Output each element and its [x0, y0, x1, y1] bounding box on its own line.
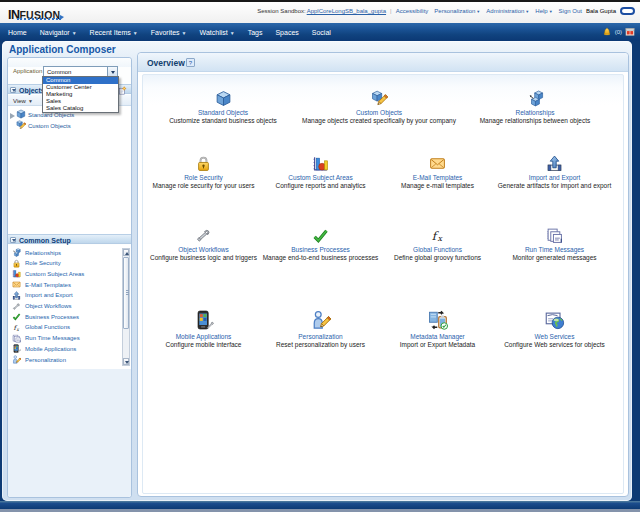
setup-item-label[interactable]: Object Workflows: [25, 303, 72, 309]
utility-link-administration[interactable]: Administration▼: [486, 8, 529, 14]
setup-item-mobile-applications[interactable]: Mobile Applications: [8, 344, 120, 355]
main-panel: Overview ? Standard ObjectsCustomize sta…: [137, 52, 629, 497]
tile-title[interactable]: Custom Subject Areas: [262, 174, 379, 181]
tile-title[interactable]: Business Processes: [262, 246, 379, 253]
view-menu-button[interactable]: View▼: [13, 98, 33, 104]
tile-run-time-messages[interactable]: Run Time MessagesMonitor generated messa…: [496, 227, 613, 261]
tree-item-label[interactable]: Custom Objects: [28, 123, 71, 129]
setup-item-label[interactable]: Role Security: [25, 260, 61, 266]
tile-metadata-manager[interactable]: Metadata ManagerImport or Export Metadat…: [379, 310, 496, 348]
app-window-icon[interactable]: [625, 27, 635, 37]
brand-underline-decoration: [17, 18, 61, 20]
tile-title[interactable]: Global Functions: [379, 246, 496, 253]
tile-e-mail-templates[interactable]: E-Mail TemplatesManage e-mail templates: [379, 155, 496, 189]
combobox-dropdown-button[interactable]: [107, 67, 117, 76]
tile-object-workflows[interactable]: Object WorkflowsConfigure business logic…: [145, 227, 262, 261]
tile-title[interactable]: Role Security: [145, 174, 262, 181]
tile-standard-objects[interactable]: Standard ObjectsCustomize standard busin…: [145, 90, 301, 124]
nav-item-spaces[interactable]: Spaces: [275, 29, 298, 36]
tile-icon-wrap: [496, 310, 613, 331]
tile-title[interactable]: E-Mail Templates: [379, 174, 496, 181]
overview-body: Standard ObjectsCustomize standard busin…: [142, 74, 624, 494]
tile-import-and-export[interactable]: Import and ExportGenerate artifacts for …: [496, 155, 613, 189]
setup-item-label[interactable]: Business Processes: [25, 314, 79, 320]
dropdown-option-sales[interactable]: Sales: [43, 98, 118, 105]
scrollbar-down-arrow[interactable]: [123, 358, 129, 365]
tile-custom-subject-areas[interactable]: Custom Subject AreasConfigure reports an…: [262, 155, 379, 189]
utility-link-accessibility[interactable]: Accessibility: [396, 8, 429, 14]
scrollbar-thumb[interactable]: [123, 257, 129, 329]
tile-title[interactable]: Standard Objects: [145, 109, 301, 116]
utility-link-personalization[interactable]: Personalization▼: [434, 8, 480, 14]
setup-item-label[interactable]: Run Time Messages: [25, 335, 80, 341]
tile-title[interactable]: Web Services: [496, 333, 613, 340]
tile-mobile-applications[interactable]: Mobile ApplicationsConfigure mobile inte…: [145, 310, 262, 348]
setup-item-custom-subject-areas[interactable]: Custom Subject Areas: [8, 269, 120, 280]
nav-item-social[interactable]: Social: [312, 29, 331, 36]
nav-item-tags[interactable]: Tags: [248, 29, 263, 36]
detach-icon[interactable]: [118, 86, 127, 95]
export-icon: [12, 291, 21, 300]
setup-item-object-workflows[interactable]: Object Workflows: [8, 302, 120, 313]
wrench-icon: [195, 227, 212, 244]
setup-item-personalization[interactable]: Personalization: [8, 355, 120, 366]
tile-title[interactable]: Run Time Messages: [496, 246, 613, 253]
setup-item-e-mail-templates[interactable]: E-Mail Templates: [8, 280, 120, 291]
dropdown-option-sales-catalog[interactable]: Sales Catalog: [43, 105, 118, 112]
setup-item-label[interactable]: Relationships: [25, 250, 61, 256]
watchlist-bell-icon[interactable]: [602, 27, 612, 37]
scrollbar-up-arrow[interactable]: [123, 249, 129, 256]
setup-item-import-and-export[interactable]: Import and Export: [8, 291, 120, 302]
setup-item-relationships[interactable]: Relationships: [8, 248, 120, 259]
nav-item-recent-items[interactable]: Recent Items▼: [90, 29, 138, 36]
setup-item-label[interactable]: Custom Subject Areas: [25, 271, 84, 277]
nav-item-home[interactable]: Home: [8, 29, 27, 36]
tile-title[interactable]: Object Workflows: [145, 246, 262, 253]
utility-link-help[interactable]: Help▼: [535, 8, 552, 14]
dropdown-option-customer-center[interactable]: Customer Center: [43, 84, 118, 91]
session-sandbox-link[interactable]: ApplCoreLongSB_bala_gupta: [307, 8, 386, 14]
tile-web-services[interactable]: Web ServicesConfigure Web services for o…: [496, 310, 613, 348]
tile-title[interactable]: Mobile Applications: [145, 333, 262, 340]
tile-title[interactable]: Import and Export: [496, 174, 613, 181]
tile-subtitle: Customize standard business objects: [145, 117, 301, 124]
help-icon[interactable]: ?: [186, 58, 195, 67]
tile-title[interactable]: Relationships: [457, 109, 613, 116]
setup-item-label[interactable]: Mobile Applications: [25, 346, 76, 352]
setup-item-global-functions[interactable]: Global Functions: [8, 323, 120, 334]
setup-item-role-security[interactable]: Role Security: [8, 259, 120, 270]
tile-title[interactable]: Personalization: [262, 333, 379, 340]
tile-global-functions[interactable]: Global FunctionsDefine global groovy fun…: [379, 227, 496, 261]
setup-item-label[interactable]: Import and Export: [25, 292, 73, 298]
tile-business-processes[interactable]: Business ProcessesManage end-to-end busi…: [262, 227, 379, 261]
tile-personalization[interactable]: PersonalizationReset personalization by …: [262, 310, 379, 348]
dropdown-option-marketing[interactable]: Marketing: [43, 91, 118, 98]
setup-item-label[interactable]: Global Functions: [25, 324, 70, 330]
collapse-chevron-icon[interactable]: [10, 237, 16, 243]
tile-role-security[interactable]: Role SecurityManage role security for yo…: [145, 155, 262, 189]
tile-subtitle: Monitor generated messages: [496, 254, 613, 261]
tile-relationships[interactable]: RelationshipsManage relationships betwee…: [457, 90, 613, 124]
nav-item-watchlist[interactable]: Watchlist▼: [200, 29, 235, 36]
setup-item-run-time-messages[interactable]: Run Time Messages: [8, 334, 120, 345]
watchlist-count: (0): [615, 29, 622, 35]
tile-title[interactable]: Custom Objects: [301, 109, 457, 116]
utility-link-sign-out[interactable]: Sign Out: [559, 8, 582, 14]
dropdown-option-common[interactable]: Common: [43, 77, 118, 84]
collapse-chevron-icon[interactable]: [10, 87, 16, 93]
tile-subtitle: Manage e-mail templates: [379, 182, 496, 189]
setup-item-business-processes[interactable]: Business Processes: [8, 312, 120, 323]
nav-item-favorites[interactable]: Favorites▼: [151, 29, 187, 36]
tree-item-label[interactable]: Standard Objects: [28, 112, 74, 118]
tree-expander-icon[interactable]: [10, 113, 15, 119]
tile-icon-wrap: [145, 90, 301, 107]
setup-item-label[interactable]: E-Mail Templates: [25, 282, 71, 288]
tile-custom-objects[interactable]: Custom ObjectsManage objects created spe…: [301, 90, 457, 124]
setup-item-label[interactable]: Personalization: [25, 357, 66, 363]
tile-icon-wrap: [496, 227, 613, 244]
tile-title[interactable]: Metadata Manager: [379, 333, 496, 340]
tree-item-custom-objects[interactable]: Custom Objects: [8, 121, 131, 132]
common-setup-header[interactable]: Common Setup: [8, 234, 131, 244]
sidebar-scrollbar[interactable]: [122, 248, 130, 366]
nav-item-navigator[interactable]: Navigator▼: [40, 29, 77, 36]
